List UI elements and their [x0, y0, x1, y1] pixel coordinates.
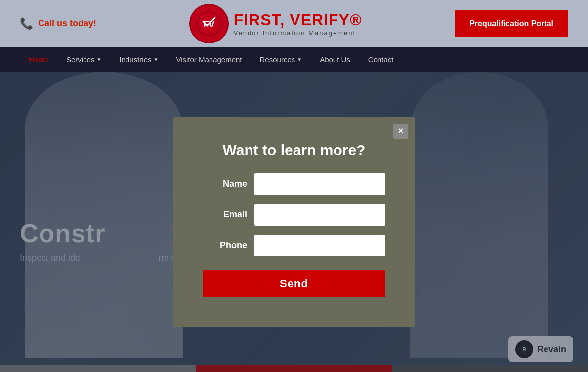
nav-item-home[interactable]: Home [20, 47, 57, 72]
modal-overlay: × Want to learn more? Name Email Phone S… [0, 72, 588, 372]
email-row: Email [203, 204, 385, 226]
nav-item-industries[interactable]: Industries ▼ [110, 47, 167, 72]
logo-text: FIRST, VERIFY® Vendor Information Manage… [234, 11, 362, 37]
prequalification-button[interactable]: Prequalification Portal [455, 10, 568, 37]
phone-input[interactable] [254, 235, 385, 256]
phone-icon: 📞 [20, 17, 33, 30]
logo-brand: FIRST, VERIFY® [234, 11, 362, 29]
nav-item-services[interactable]: Services ▼ [57, 47, 110, 72]
chevron-down-icon: ▼ [297, 57, 302, 62]
email-label: Email [203, 209, 247, 220]
nav-item-visitor-management[interactable]: Visitor Management [167, 47, 251, 72]
hero-section: Construction Protction Inspect and ident… [0, 72, 588, 372]
chevron-down-icon: ▼ [97, 57, 102, 62]
chevron-down-icon: ▼ [154, 57, 159, 62]
nav-item-contact[interactable]: Contact [359, 47, 403, 72]
learn-more-modal: × Want to learn more? Name Email Phone S… [173, 117, 415, 327]
phone-cta[interactable]: 📞 Call us today! [20, 17, 96, 30]
send-button[interactable]: Send [203, 270, 385, 297]
logo[interactable]: FV FIRST, VERIFY® Vendor Information Man… [189, 4, 362, 43]
phone-row: Phone [203, 235, 385, 256]
name-row: Name [203, 173, 385, 195]
nav-item-about[interactable]: About Us [311, 47, 359, 72]
modal-title: Want to learn more? [203, 142, 385, 159]
name-input[interactable] [254, 173, 385, 195]
main-nav: Home Services ▼ Industries ▼ Visitor Man… [0, 47, 588, 72]
logo-sub: Vendor Information Management [234, 29, 362, 37]
modal-close-button[interactable]: × [393, 124, 408, 139]
logo-icon: FV [189, 4, 229, 43]
nav-item-resources[interactable]: Resources ▼ [251, 47, 311, 72]
email-input[interactable] [254, 204, 385, 226]
header: 📞 Call us today! FV FIRST, VERIFY® Vendo… [0, 0, 588, 47]
phone-label: Call us today! [38, 18, 96, 29]
name-label: Name [203, 179, 247, 189]
phone-label: Phone [203, 240, 247, 250]
